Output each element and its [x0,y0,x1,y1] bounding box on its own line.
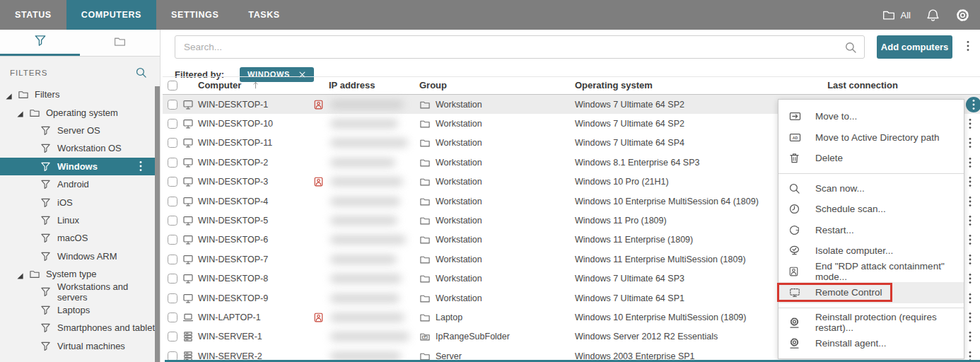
sidebar-item-workstation-os[interactable]: Workstation OS [0,139,160,157]
computer-name[interactable]: WIN-DESKTOP-10 [198,119,273,129]
row-actions-kebab-icon[interactable] [969,254,972,265]
computer-name[interactable]: WIN-SERVER-1 [198,332,262,341]
add-computers-button[interactable]: Add computers [877,35,952,59]
tree-item-label: Operating system [46,107,118,118]
row-checkbox[interactable] [168,332,177,341]
column-header-last-connection[interactable]: Last connection [803,80,923,90]
row-actions-kebab-icon[interactable] [969,215,972,226]
column-header-computer[interactable]: Computer [198,80,260,90]
sidebar-item-windows-arm[interactable]: Windows ARM [0,247,160,265]
row-actions-kebab-icon[interactable] [969,137,972,148]
row-actions-kebab-icon[interactable] [969,234,972,245]
sidebar-item-linux[interactable]: Linux [0,211,160,229]
top-tab-tasks[interactable]: TASKS [233,0,294,30]
sidebar-item-android[interactable]: Android [0,175,160,193]
tree-expand-icon[interactable] [17,271,24,278]
ip-address-redacted [330,293,399,303]
filters-search-icon[interactable] [135,66,147,78]
row-checkbox[interactable] [168,158,177,168]
computer-name[interactable]: WIN-DESKTOP-11 [198,138,272,148]
search-input[interactable] [175,36,844,58]
top-tab-computers[interactable]: COMPUTERS [66,0,156,30]
sidebar-item-smartphones-and-tablets[interactable]: Smartphones and tablets [0,319,160,337]
row-checkbox[interactable] [168,216,177,226]
computer-name[interactable]: WIN-DESKTOP-3 [198,177,268,187]
toolbar-kebab-icon[interactable] [967,40,969,54]
computer-name[interactable]: WIN-DESKTOP-6 [198,235,268,245]
menu-item-schedule-scan[interactable]: Schedule scan... [778,199,964,220]
sidebar-item-macos[interactable]: macOS [0,229,160,247]
computer-name[interactable]: WIN-DESKTOP-4 [198,197,268,206]
computer-name[interactable]: WIN-DESKTOP-2 [198,158,268,168]
folder-icon [419,254,431,264]
row-checkbox[interactable] [168,119,177,129]
settings-gear-icon[interactable] [955,8,970,23]
computer-name[interactable]: WIN-DESKTOP-8 [198,274,268,284]
row-checkbox[interactable] [168,255,177,264]
row-actions-kebab-icon[interactable] [966,97,980,112]
ip-address-redacted [330,235,406,245]
funnel-icon [40,341,52,351]
sidebar-tab-folders[interactable] [80,30,160,56]
tree-expand-icon[interactable] [17,109,24,116]
sidebar-item-workstations-and-servers[interactable]: Workstations and servers [0,283,160,300]
row-checkbox[interactable] [168,138,177,148]
group-name: Workstation [436,100,482,110]
computer-name[interactable]: WIN-DESKTOP-1 [198,100,268,110]
row-checkbox[interactable] [168,177,177,187]
sort-ascending-icon[interactable] [251,81,260,90]
row-actions-kebab-icon[interactable] [969,312,972,323]
sidebar-scrollbar[interactable] [155,86,160,362]
row-actions-kebab-icon[interactable] [969,196,972,207]
row-actions-kebab-icon[interactable] [969,157,972,168]
sidebar-tab-filters[interactable] [0,30,80,56]
search-icon[interactable] [844,41,857,54]
menu-item-reinstall-agent[interactable]: Reinstall agent... [778,333,964,354]
column-header-group[interactable]: Group [419,80,447,90]
group-scope-selector[interactable]: All [881,8,911,21]
tree-expand-icon[interactable] [6,91,13,98]
sidebar-item-windows[interactable]: Windows [0,158,155,175]
tree-item-kebab-icon[interactable] [139,160,142,172]
menu-item-restart[interactable]: Restart... [778,220,964,241]
sidebar-item-laptops[interactable]: Laptops [0,301,160,319]
menu-item-label: Schedule scan... [815,204,886,214]
sidebar-item-operating-system[interactable]: Operating system [0,103,160,121]
row-actions-kebab-icon[interactable] [969,176,972,187]
computer-name[interactable]: WIN-DESKTOP-9 [198,293,268,303]
top-tab-status[interactable]: STATUS [0,0,66,30]
row-checkbox[interactable] [168,235,177,245]
row-checkbox[interactable] [168,313,177,322]
row-actions-kebab-icon[interactable] [969,118,972,129]
row-checkbox[interactable] [168,197,177,206]
menu-item-scan-now[interactable]: Scan now... [778,178,964,199]
column-header-operating-system[interactable]: Operating system [575,80,653,90]
top-navigation-bar: STATUSCOMPUTERSSETTINGSTASKS All [0,0,980,30]
row-actions-kebab-icon[interactable] [969,273,972,284]
select-all-checkbox[interactable] [168,81,177,90]
sidebar-item-server-os[interactable]: Server OS [0,122,160,139]
sidebar-item-system-type[interactable]: System type [0,265,160,283]
top-tab-settings[interactable]: SETTINGS [156,0,233,30]
menu-item-move-to-active-directory-path[interactable]: ADMove to Active Directory path [778,127,964,148]
sidebar-item-virtual-machines[interactable]: Virtual machines [0,337,160,354]
row-actions-kebab-icon[interactable] [969,293,972,304]
horizontal-scrollbar[interactable] [165,360,980,362]
row-checkbox[interactable] [168,293,177,303]
menu-item-end-rdp-attack-containment-mode[interactable]: End "RDP attack containment" mode... [778,262,964,283]
menu-item-move-to[interactable]: Move to... [778,106,964,127]
notifications-bell-icon[interactable] [926,8,940,22]
column-header-ip-address[interactable]: IP address [329,80,375,90]
row-actions-kebab-icon[interactable] [969,331,972,342]
menu-item-delete[interactable]: Delete [778,148,964,169]
row-checkbox[interactable] [168,274,177,284]
menu-item-remote-control[interactable]: Remote Control [778,282,964,303]
computer-name[interactable]: WIN-LAPTOP-1 [198,313,261,322]
computer-name[interactable]: WIN-DESKTOP-5 [198,216,268,226]
sidebar-item-ios[interactable]: iOS [0,193,160,211]
menu-item-reinstall-protection-requires-restart[interactable]: Reinstall protection (requires restart).… [778,313,964,334]
sidebar-item-filters[interactable]: Filters [0,86,160,103]
row-checkbox[interactable] [168,100,177,110]
menu-item-isolate-computer[interactable]: Isolate computer... [778,240,964,262]
computer-name[interactable]: WIN-DESKTOP-7 [198,255,268,264]
